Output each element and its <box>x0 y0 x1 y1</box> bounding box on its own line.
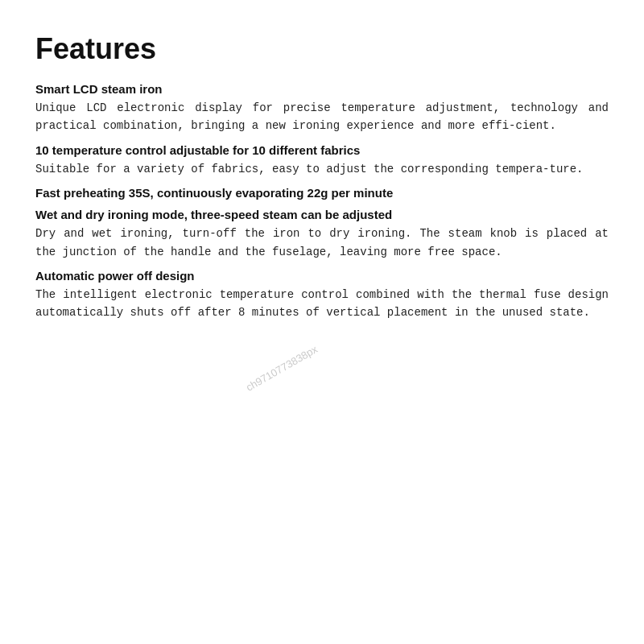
feature-body-1: Unique LCD electronic display for precis… <box>35 99 609 135</box>
feature-section-3: Fast preheating 35S, continuously evapor… <box>35 186 609 200</box>
feature-body-2: Suitable for a variety of fabrics, easy … <box>35 160 609 178</box>
feature-heading-1: Smart LCD steam iron <box>35 82 609 96</box>
feature-heading-3: Fast preheating 35S, continuously evapor… <box>35 186 609 200</box>
feature-section-5: Automatic power off design The intellige… <box>35 269 609 322</box>
page-container: Features Smart LCD steam iron Unique LCD… <box>0 0 644 644</box>
feature-body-5: The intelligent electronic temperature c… <box>35 286 609 322</box>
feature-heading-4: Wet and dry ironing mode, three-speed st… <box>35 208 609 221</box>
page-title: Features <box>35 32 609 66</box>
feature-body-4: Dry and wet ironing, turn-off the iron t… <box>35 225 609 261</box>
feature-heading-5: Automatic power off design <box>35 269 609 283</box>
feature-heading-2: 10 temperature control adjustable for 10… <box>35 143 609 157</box>
watermark: ch9710773838px <box>244 343 320 394</box>
feature-section-4: Wet and dry ironing mode, three-speed st… <box>35 208 609 261</box>
feature-section-2: 10 temperature control adjustable for 10… <box>35 143 609 178</box>
feature-section-1: Smart LCD steam iron Unique LCD electron… <box>35 82 609 135</box>
